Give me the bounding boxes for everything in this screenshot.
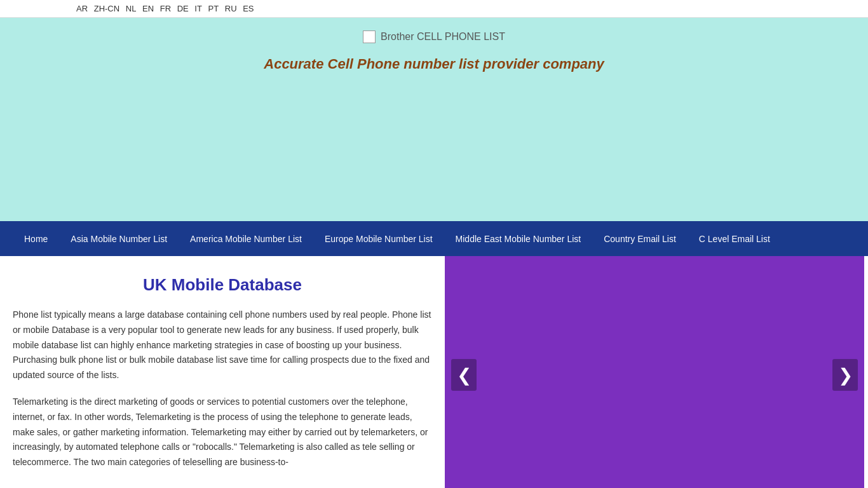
lang-it[interactable]: IT (194, 4, 202, 13)
telemarketing-paragraph: Telemarketing is the direct marketing of… (13, 395, 432, 470)
lang-de[interactable]: DE (177, 4, 189, 13)
main-content: UK Mobile Database Phone list typically … (0, 256, 868, 488)
nav-america-mobile[interactable]: America Mobile Number List (179, 221, 313, 256)
slider-next-button[interactable]: ❯ (832, 359, 858, 391)
nav-c-level-email[interactable]: C Level Email List (688, 221, 782, 256)
nav-country-email[interactable]: Country Email List (592, 221, 688, 256)
language-bar: AR ZH-CN NL EN FR DE IT PT RU ES (0, 0, 868, 18)
lang-nl[interactable]: NL (126, 4, 137, 13)
slider-prev-button[interactable]: ❮ (451, 359, 477, 391)
site-header: Brother CELL PHONE LIST Accurate Cell Ph… (0, 18, 868, 221)
main-navigation: Home Asia Mobile Number List America Mob… (0, 221, 868, 256)
page-title: UK Mobile Database (13, 275, 432, 295)
image-slider: ❮ ❯ (445, 256, 864, 488)
intro-paragraph: Phone list typically means a large datab… (13, 308, 432, 383)
lang-zh-cn[interactable]: ZH-CN (94, 4, 119, 13)
lang-ar[interactable]: AR (76, 4, 88, 13)
site-title: Brother CELL PHONE LIST (381, 31, 505, 43)
lang-fr[interactable]: FR (160, 4, 171, 13)
lang-pt[interactable]: PT (208, 4, 219, 13)
content-area: UK Mobile Database Phone list typically … (0, 256, 445, 488)
lang-ru[interactable]: RU (225, 4, 237, 13)
nav-home[interactable]: Home (13, 221, 59, 256)
site-tagline: Accurate Cell Phone number list provider… (264, 56, 604, 72)
nav-asia-mobile[interactable]: Asia Mobile Number List (59, 221, 179, 256)
nav-middle-east-mobile[interactable]: Middle East Mobile Number List (444, 221, 593, 256)
lang-es[interactable]: ES (243, 4, 254, 13)
logo-area: Brother CELL PHONE LIST (13, 30, 855, 43)
nav-europe-mobile[interactable]: Europe Mobile Number List (313, 221, 444, 256)
lang-en[interactable]: EN (142, 4, 154, 13)
site-logo (363, 30, 376, 43)
